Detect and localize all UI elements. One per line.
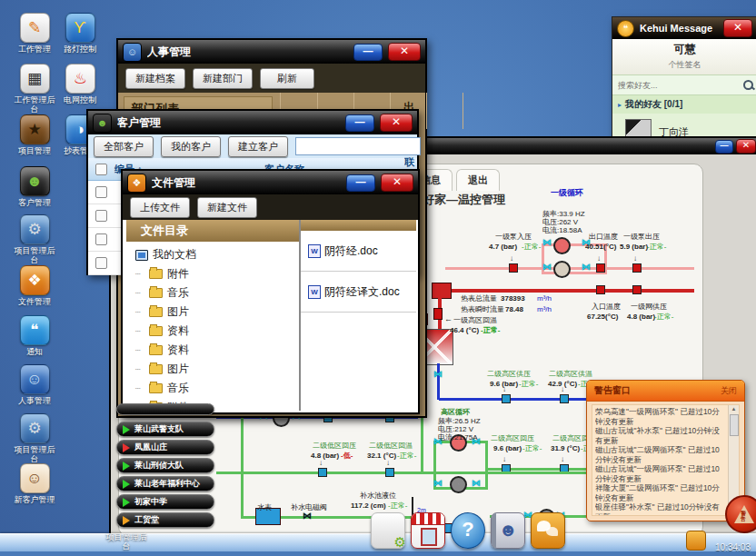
- scrollbar-thumb[interactable]: [730, 414, 739, 436]
- customer-titlebar[interactable]: ☻ 客户管理 — ✕: [88, 111, 417, 134]
- folder-name: 附件: [167, 266, 189, 282]
- valve-icon: ⋈: [542, 238, 552, 247]
- folder-item[interactable]: ┄资料: [135, 341, 299, 360]
- folder-item[interactable]: ┄音乐: [135, 379, 299, 398]
- station-button[interactable]: 莱山老年福利中心: [116, 476, 214, 491]
- warning-titlebar[interactable]: 警告窗口 关闭: [587, 381, 744, 402]
- messenger-icon[interactable]: [531, 512, 565, 549]
- select-all-checkbox[interactable]: [95, 164, 107, 175]
- station-button[interactable]: 莱山刑侦大队: [116, 458, 214, 473]
- tree-branch: ┄: [135, 308, 144, 317]
- desktop-icon-people[interactable]: ☻客户管理: [13, 166, 56, 207]
- desktop-icon-flame[interactable]: ♨电网控制: [58, 64, 102, 104]
- contacts-icon[interactable]: ☻: [491, 512, 525, 549]
- minimize-button[interactable]: —: [353, 44, 383, 61]
- warning-message-list: 荣乌高速"一级网循环泵" 已超过10分钟没有更新磁山古玩城"补水泵" 已超过10…: [595, 407, 727, 515]
- desktop-icon-boy[interactable]: ☺新客户管理: [13, 463, 56, 504]
- close-button[interactable]: ✕: [381, 174, 413, 192]
- folder-item[interactable]: ┄附件: [135, 264, 299, 283]
- upload-file-button[interactable]: 上传文件: [130, 197, 190, 218]
- row-checkbox[interactable]: [95, 210, 107, 222]
- close-button[interactable]: ✕: [723, 19, 752, 37]
- warning-body: 荣乌高速"一级网循环泵" 已超过10分钟没有更新磁山古玩城"补水泵" 已超过10…: [592, 404, 740, 516]
- minimize-button[interactable]: —: [715, 140, 733, 154]
- desktop-icon-apps[interactable]: ❖文件管理: [13, 265, 56, 306]
- create-customer-button[interactable]: 建立客户: [228, 136, 288, 157]
- row-checkbox[interactable]: [95, 233, 107, 245]
- diagram-label: 电压:262 V: [542, 218, 578, 226]
- row-checkbox[interactable]: [95, 257, 107, 269]
- desktop-icon-calendar[interactable]: ▦工作管理后台: [13, 64, 56, 114]
- tab-exit[interactable]: 退出: [456, 169, 500, 191]
- folder-item[interactable]: ┄资料: [135, 322, 299, 341]
- new-record-button[interactable]: 新建档案: [125, 68, 185, 89]
- diagram-label: 电压:212 V: [438, 425, 473, 433]
- shop-icon[interactable]: [411, 512, 445, 549]
- tray-messenger-icon[interactable]: [686, 531, 706, 551]
- warning-badge[interactable]: 警告: [725, 495, 756, 533]
- friend-group[interactable]: ▸ 我的好友 [0/1]: [612, 95, 756, 114]
- tree-root-my-documents[interactable]: 我的文档: [135, 245, 299, 264]
- desktop-icon-book[interactable]: ★项目管理: [13, 114, 56, 155]
- new-file-button[interactable]: 新建文件: [197, 197, 257, 218]
- diagram-label: 一级循环: [551, 189, 583, 197]
- widget-launcher-icon[interactable]: [371, 512, 405, 549]
- new-department-button[interactable]: 新建部门: [193, 68, 253, 89]
- desktop-icon-chat[interactable]: ❝通知: [13, 315, 56, 356]
- customer-search-input[interactable]: [295, 137, 421, 155]
- minimize-button[interactable]: —: [345, 114, 374, 132]
- row-checkbox[interactable]: [95, 186, 107, 198]
- close-button[interactable]: ✕: [380, 114, 413, 132]
- scroll-up-icon[interactable]: ▲: [729, 406, 739, 412]
- search-input[interactable]: [616, 80, 743, 91]
- station-button[interactable]: [116, 403, 214, 415]
- sensor: [318, 468, 327, 477]
- desktop-icon-person[interactable]: ☺人事管理: [13, 364, 56, 405]
- diagram-label: 一级高区回温: [453, 316, 497, 324]
- desktop-icon-streetlamp[interactable]: ϒ路灯控制: [58, 13, 102, 54]
- my-customers-button[interactable]: 我的客户: [161, 136, 221, 157]
- tree-branch: ┄: [135, 384, 144, 393]
- folder-item[interactable]: ┄音乐: [135, 283, 299, 303]
- file-item[interactable]: W阴符经.doc: [301, 231, 416, 272]
- station-button[interactable]: 莱山武警支队: [116, 422, 214, 437]
- station-name: 凤凰山庄: [134, 442, 167, 453]
- diagram-label: 4.8 (bar): [311, 452, 339, 460]
- warning-close-link[interactable]: 关闭: [721, 385, 737, 397]
- help-icon[interactable]: ?: [451, 512, 485, 549]
- diagram-label: m³/h: [537, 305, 552, 313]
- kehui-titlebar[interactable]: ❝ Kehui Message ✕: [612, 17, 756, 39]
- folder-item[interactable]: ┄图片: [135, 360, 299, 379]
- gear-icon: ⚙: [20, 413, 50, 443]
- customer-toolbar: 全部客户 我的客户 建立客户: [88, 134, 417, 158]
- sensor: [560, 394, 569, 403]
- file-item[interactable]: W阴符经译文.doc: [301, 272, 416, 313]
- diagram-label: m³/h: [537, 294, 552, 303]
- close-button[interactable]: ✕: [736, 139, 756, 154]
- file-titlebar[interactable]: ❖ 文件管理 — ✕: [123, 171, 418, 194]
- folder-icon: [149, 288, 163, 298]
- diagram-label: 热表总流量: [461, 294, 497, 303]
- folder-list: ┄附件┄音乐┄图片┄资料┄资料┄图片┄音乐┄附件: [135, 264, 299, 417]
- desktop-icon-gear[interactable]: ⚙项目管理后台: [13, 413, 56, 463]
- minimize-button[interactable]: —: [346, 174, 375, 192]
- station-button[interactable]: 工贸堂: [116, 512, 214, 528]
- valve-icon: ⋈: [582, 263, 591, 272]
- station-name: 工贸堂: [134, 514, 159, 526]
- user-signature[interactable]: 个性签名: [612, 59, 756, 71]
- desktop-icon-notepad[interactable]: ✎工作管理: [13, 13, 56, 54]
- all-customers-button[interactable]: 全部客户: [94, 136, 154, 157]
- refresh-button[interactable]: 刷新: [260, 68, 314, 89]
- search-icon[interactable]: [743, 80, 753, 90]
- station-button[interactable]: 凤凰山庄: [116, 440, 214, 455]
- warning-title: 警告窗口: [594, 384, 631, 397]
- station-button[interactable]: 初家中学: [116, 494, 214, 510]
- warning-message: 磁山古玩城"补水泵" 已超过10分钟没有更新: [595, 426, 727, 445]
- close-button[interactable]: ✕: [388, 43, 421, 61]
- hr-titlebar[interactable]: ☺ 人事管理 — ✕: [118, 40, 425, 64]
- desktop-icon-gear[interactable]: ⚙项目管理后台: [13, 214, 56, 264]
- folder-icon: [149, 307, 163, 317]
- folder-icon: [149, 345, 163, 355]
- sensor: [632, 263, 642, 273]
- folder-item[interactable]: ┄图片: [135, 303, 299, 322]
